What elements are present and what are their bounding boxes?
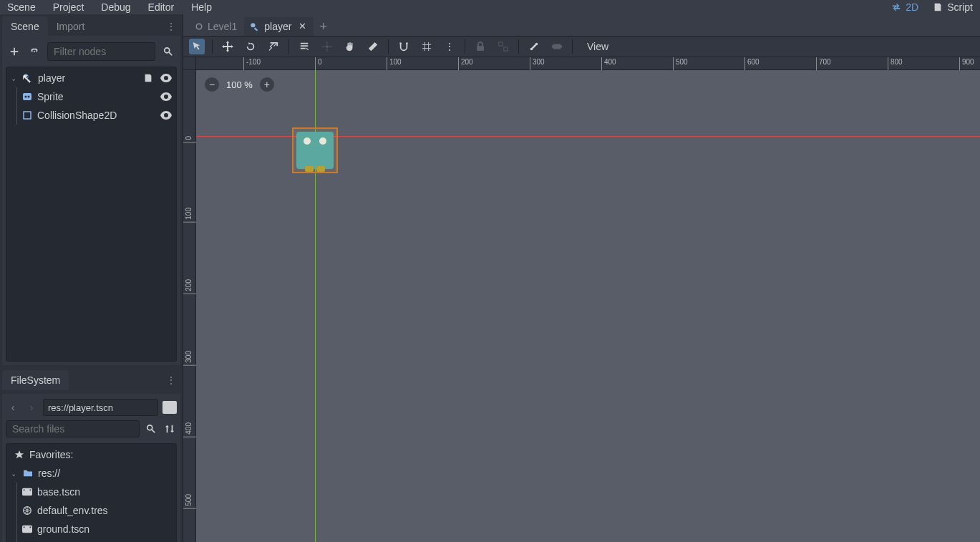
snap-toggle[interactable] xyxy=(396,39,412,54)
move-tool[interactable] xyxy=(220,39,236,54)
mode-script-button[interactable]: Script xyxy=(933,1,973,13)
tab-import[interactable]: Import xyxy=(48,16,94,37)
svg-point-19 xyxy=(326,45,329,48)
search-files-input[interactable] xyxy=(6,420,140,437)
fs-label: Favorites: xyxy=(29,449,73,460)
scene-tab-level1[interactable]: Level1 xyxy=(189,17,244,36)
ruler-tick: 900 xyxy=(959,57,974,70)
svg-rect-22 xyxy=(477,46,484,51)
fs-label: base.tscn xyxy=(37,486,80,498)
snap-options[interactable]: ⋮ xyxy=(442,39,457,54)
pivot-tool[interactable] xyxy=(319,39,335,54)
scene-tabs-bar: Level1 player ✕ + xyxy=(183,14,980,36)
ruler-tick: 500 xyxy=(673,57,688,70)
sprite-graphic xyxy=(296,132,334,169)
list-select-tool[interactable] xyxy=(296,39,312,54)
svg-rect-24 xyxy=(504,47,508,51)
scene-panel: ⌄ player xyxy=(2,36,180,365)
fs-file[interactable]: base.tscn xyxy=(17,483,176,501)
add-scene-tab-button[interactable]: + xyxy=(314,18,333,35)
dock-options-icon[interactable]: ⋮ xyxy=(166,21,180,32)
expand-toggle-icon[interactable]: ⌄ xyxy=(11,470,18,478)
group-tool[interactable] xyxy=(495,39,511,54)
fs-file[interactable]: default_env.tres xyxy=(17,501,176,520)
grid-snap-toggle[interactable] xyxy=(419,39,435,54)
menu-project[interactable]: Project xyxy=(53,1,84,13)
close-tab-icon[interactable]: ✕ xyxy=(299,21,306,32)
ruler-tick: 100 xyxy=(183,208,196,223)
collision-shape-icon xyxy=(21,110,33,121)
lock-tool[interactable] xyxy=(472,39,488,54)
menu-debug[interactable]: Debug xyxy=(101,1,130,13)
view-menu-button[interactable]: View xyxy=(580,39,616,54)
search-button[interactable] xyxy=(144,422,158,436)
animation-tool[interactable] xyxy=(549,39,565,54)
filesystem-dock-tabs: FileSystem ⋮ xyxy=(0,368,183,389)
rotate-tool[interactable] xyxy=(243,39,258,54)
canvas-2d[interactable]: − 100 % + xyxy=(196,70,980,542)
svg-point-18 xyxy=(251,23,256,27)
scene-tree: ⌄ player xyxy=(6,67,177,362)
fs-label: default_env.tres xyxy=(37,505,108,516)
menu-editor[interactable]: Editor xyxy=(148,1,175,13)
viewport[interactable]: -1000100200300400500600700800900 0100200… xyxy=(183,57,980,542)
ruler-tick: 300 xyxy=(530,57,545,70)
ruler-tick: 700 xyxy=(816,57,831,70)
pan-tool[interactable] xyxy=(342,39,358,54)
nav-forward-button[interactable]: › xyxy=(24,400,39,415)
script-icon xyxy=(933,2,943,12)
fs-file[interactable]: ground.tscn xyxy=(17,520,176,538)
svg-point-3 xyxy=(25,96,27,98)
menu-scene[interactable]: Scene xyxy=(7,1,36,13)
zoom-level-label[interactable]: 100 % xyxy=(226,79,253,90)
visibility-toggle-icon[interactable] xyxy=(160,74,172,82)
tree-row-root[interactable]: ⌄ player xyxy=(6,69,176,87)
ruler-tick: 200 xyxy=(458,57,473,70)
node-name: Sprite xyxy=(37,91,64,102)
search-icon xyxy=(146,424,156,434)
tree-row-collision[interactable]: CollisionShape2D xyxy=(17,106,176,125)
scene-file-icon xyxy=(21,523,33,535)
svg-point-17 xyxy=(196,24,202,29)
fs-favorites[interactable]: Favorites: xyxy=(6,445,176,464)
fs-root[interactable]: ⌄ res:// xyxy=(6,464,176,483)
sort-button[interactable] xyxy=(162,422,177,436)
bone-tool[interactable] xyxy=(526,39,542,54)
menu-help[interactable]: Help xyxy=(191,1,212,13)
expand-toggle-icon[interactable]: ⌄ xyxy=(11,74,18,82)
fs-label: ground.tscn xyxy=(37,523,89,535)
player-sprite-selection[interactable] xyxy=(292,127,338,173)
nav-back-button[interactable]: ‹ xyxy=(6,400,20,415)
search-icon xyxy=(163,47,173,57)
sprite-icon xyxy=(21,91,33,102)
tree-row-sprite[interactable]: Sprite xyxy=(17,87,176,106)
mode-2d-button[interactable]: 2D xyxy=(891,1,918,13)
ruler-tick: 400 xyxy=(183,422,196,437)
visibility-toggle-icon[interactable] xyxy=(160,111,172,120)
zoom-out-button[interactable]: − xyxy=(205,77,219,92)
link-node-button[interactable] xyxy=(27,44,42,59)
select-tool[interactable] xyxy=(189,39,205,54)
scale-tool[interactable] xyxy=(266,39,281,54)
svg-rect-5 xyxy=(24,112,31,119)
path-input[interactable]: res://player.tscn xyxy=(43,399,158,416)
open-script-icon[interactable] xyxy=(143,73,153,83)
kinematic-body-icon xyxy=(250,21,260,32)
ruler-tick: 300 xyxy=(183,351,196,366)
filter-search-button[interactable] xyxy=(161,44,175,59)
svg-point-21 xyxy=(406,42,408,44)
filter-nodes-input[interactable] xyxy=(47,42,155,61)
fs-file[interactable]: icon.png xyxy=(17,538,176,542)
tab-filesystem[interactable]: FileSystem xyxy=(2,370,69,390)
scene-tab-player[interactable]: player ✕ xyxy=(244,17,314,36)
zoom-in-button[interactable]: + xyxy=(260,77,274,92)
add-node-button[interactable] xyxy=(7,44,21,59)
visibility-toggle-icon[interactable] xyxy=(160,92,172,101)
svg-rect-11 xyxy=(22,526,32,533)
dock-options-icon[interactable]: ⋮ xyxy=(166,374,180,386)
view-mode-button[interactable] xyxy=(162,401,177,414)
star-icon xyxy=(14,449,25,460)
tab-scene[interactable]: Scene xyxy=(2,16,48,37)
left-dock: Scene Import ⋮ ⌄ xyxy=(0,14,183,542)
ruler-tool[interactable] xyxy=(365,39,381,54)
